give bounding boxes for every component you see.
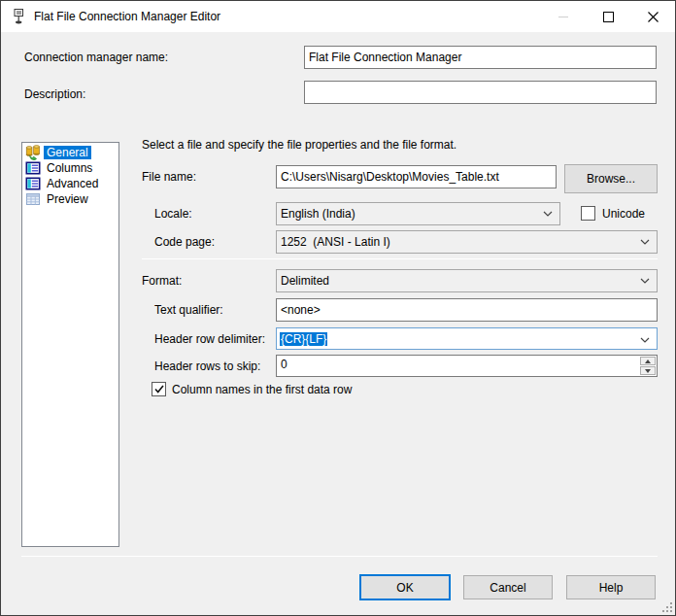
cancel-button[interactable]: Cancel bbox=[463, 575, 553, 599]
sidebar-item-preview[interactable]: Preview bbox=[22, 191, 118, 207]
sidebar-item-label: Advanced bbox=[44, 177, 101, 190]
resize-grip[interactable] bbox=[660, 600, 672, 612]
pages-list: General Columns Advanced bbox=[21, 142, 119, 547]
connection-manager-name-input[interactable] bbox=[304, 46, 657, 69]
table-icon bbox=[25, 160, 41, 176]
section-separator bbox=[142, 258, 658, 259]
description-input[interactable] bbox=[304, 81, 657, 104]
connections-icon bbox=[25, 145, 41, 160]
sidebar-item-label: General bbox=[44, 146, 91, 159]
spin-down-button[interactable] bbox=[640, 366, 656, 375]
code-page-dropdown[interactable]: 1252 (ANSI - Latin I) bbox=[276, 230, 658, 254]
code-page-value: 1252 (ANSI - Latin I) bbox=[281, 235, 390, 249]
header-row-delimiter-label: Header row delimiter: bbox=[154, 332, 265, 347]
column-names-checkbox-label: Column names in the first data row bbox=[172, 383, 352, 397]
header-rows-to-skip-value: 0 bbox=[281, 358, 287, 371]
file-name-input[interactable] bbox=[276, 165, 557, 188]
sidebar-item-advanced[interactable]: Advanced bbox=[22, 176, 118, 191]
close-icon bbox=[648, 12, 659, 22]
chevron-down-icon bbox=[640, 239, 650, 245]
window-title: Flat File Connection Manager Editor bbox=[34, 10, 220, 23]
arrow-up-icon bbox=[645, 359, 651, 363]
maximize-icon bbox=[603, 12, 614, 22]
description-label: Description: bbox=[24, 87, 85, 102]
header-row-delimiter-combo[interactable]: {CR}{LF} bbox=[276, 327, 658, 350]
unicode-checkbox[interactable] bbox=[581, 206, 595, 221]
close-button[interactable] bbox=[630, 1, 675, 32]
text-qualifier-label: Text qualifier: bbox=[154, 303, 223, 318]
text-qualifier-input[interactable] bbox=[276, 298, 658, 322]
file-name-label: File name: bbox=[142, 170, 196, 185]
arrow-down-icon bbox=[645, 369, 651, 373]
minimize-icon bbox=[558, 17, 568, 17]
locale-value: English (India) bbox=[281, 207, 355, 221]
header-rows-to-skip-label: Header rows to skip: bbox=[154, 359, 260, 374]
chevron-down-icon bbox=[640, 337, 650, 343]
connection-manager-icon bbox=[11, 8, 26, 25]
ok-button[interactable]: OK bbox=[359, 574, 451, 600]
preview-grid-icon bbox=[25, 191, 41, 207]
maximize-button[interactable] bbox=[586, 1, 630, 32]
connection-manager-name-label: Connection manager name: bbox=[24, 51, 168, 65]
locale-label: Locale: bbox=[154, 207, 192, 222]
locale-dropdown[interactable]: English (India) bbox=[276, 202, 560, 225]
sidebar-item-general[interactable]: General bbox=[22, 145, 118, 160]
format-value: Delimited bbox=[281, 274, 329, 288]
footer-separator bbox=[21, 556, 658, 557]
header-rows-to-skip-spinner[interactable]: 0 bbox=[276, 355, 658, 377]
page-intro-text: Select a file and specify the file prope… bbox=[142, 138, 456, 153]
column-names-checkbox[interactable] bbox=[152, 382, 166, 396]
browse-button[interactable]: Browse... bbox=[564, 164, 658, 193]
header-row-delimiter-value: {CR}{LF} bbox=[280, 332, 327, 346]
check-icon bbox=[154, 385, 164, 394]
flat-file-connection-manager-editor-dialog: Flat File Connection Manager Editor Conn… bbox=[0, 0, 676, 616]
unicode-label: Unicode bbox=[602, 207, 645, 222]
chevron-down-icon bbox=[543, 211, 553, 217]
format-label: Format: bbox=[142, 274, 182, 289]
spin-up-button[interactable] bbox=[640, 357, 656, 365]
chevron-down-icon bbox=[640, 278, 650, 284]
sidebar-item-columns[interactable]: Columns bbox=[22, 160, 118, 176]
sidebar-item-label: Columns bbox=[44, 161, 95, 175]
titlebar[interactable]: Flat File Connection Manager Editor bbox=[1, 1, 675, 32]
table-icon bbox=[25, 176, 41, 191]
code-page-label: Code page: bbox=[154, 235, 215, 250]
help-button[interactable]: Help bbox=[566, 575, 656, 599]
format-dropdown[interactable]: Delimited bbox=[276, 269, 658, 292]
sidebar-item-label: Preview bbox=[44, 192, 91, 206]
minimize-button[interactable] bbox=[541, 1, 586, 32]
